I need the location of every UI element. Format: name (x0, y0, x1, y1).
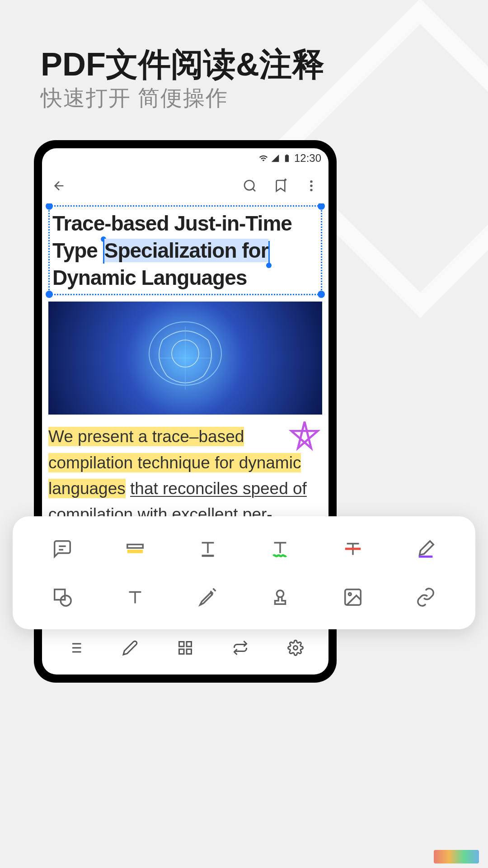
strikeout-tool[interactable] (317, 524, 389, 573)
comment-tool[interactable] (26, 524, 99, 573)
watermark (434, 850, 479, 863)
page-subtitle: 快速打开 简便操作 (41, 84, 228, 113)
svg-point-9 (61, 595, 71, 606)
more-button[interactable] (301, 176, 321, 196)
svg-rect-8 (55, 589, 65, 599)
stamp-tool[interactable] (244, 573, 317, 621)
document-image (48, 302, 322, 415)
svg-point-10 (277, 590, 284, 597)
underline-t-icon (197, 538, 218, 559)
selection-handle[interactable] (318, 203, 325, 210)
page-title: PDF文件阅读&注释 (41, 43, 324, 86)
svg-point-1 (310, 180, 312, 183)
title-selected-text: Specialization for (104, 239, 268, 262)
more-vertical-icon (304, 179, 319, 193)
strikeout-icon (343, 538, 363, 559)
search-icon (243, 179, 257, 193)
star-annotation-icon[interactable] (289, 419, 320, 451)
text-tool[interactable] (99, 573, 172, 621)
app-bar (42, 168, 328, 203)
comment-icon (52, 538, 73, 559)
status-time: 12:30 (294, 152, 321, 165)
highlight-tool[interactable] (99, 524, 172, 573)
annotation-tool-panel (13, 516, 475, 629)
rotate-button[interactable] (232, 640, 249, 658)
gear-icon (287, 640, 304, 656)
underlined-text: that reconciles speed of (130, 479, 307, 498)
image-tool[interactable] (317, 573, 389, 621)
selection-handle[interactable] (46, 203, 53, 210)
svg-rect-13 (179, 642, 184, 647)
document-body[interactable]: We present a trace–based compilation tec… (48, 424, 322, 527)
signature-pen-icon (197, 587, 218, 608)
ink-pen-icon (415, 538, 436, 559)
rotate-icon (232, 640, 249, 656)
svg-point-3 (310, 189, 312, 191)
signature-tool[interactable] (171, 573, 244, 621)
grid-icon (177, 640, 193, 656)
squiggly-tool[interactable] (244, 524, 317, 573)
status-bar: 12:30 (42, 148, 328, 168)
selection-handle[interactable] (46, 291, 53, 298)
highlight-icon (125, 538, 145, 559)
edit-button[interactable] (122, 640, 138, 658)
bottom-nav-bar (34, 633, 337, 665)
pencil-icon (122, 640, 138, 656)
svg-point-12 (348, 593, 351, 595)
svg-rect-6 (127, 544, 143, 548)
text-t-icon (125, 587, 145, 608)
squiggly-icon (270, 538, 291, 559)
ink-tool[interactable] (389, 524, 462, 573)
document-title[interactable]: Trace-based Just-in-Time Type Specializa… (52, 210, 318, 291)
wifi-icon (259, 154, 268, 163)
back-button[interactable] (49, 176, 69, 196)
stamp-icon (270, 587, 291, 608)
svg-rect-15 (179, 649, 184, 654)
title-text: Dynamic Languages (52, 266, 247, 289)
settings-button[interactable] (287, 640, 304, 658)
svg-point-2 (310, 184, 312, 187)
svg-rect-16 (187, 649, 192, 654)
text-caret-end[interactable] (268, 241, 270, 264)
list-icon (67, 640, 83, 656)
arrow-left-icon (52, 179, 66, 193)
thumbnails-button[interactable] (177, 640, 193, 658)
selection-handle[interactable] (318, 291, 325, 298)
bookmark-add-icon (273, 179, 288, 193)
title-selection-box[interactable]: Trace-based Just-in-Time Type Specializa… (48, 205, 322, 295)
outline-button[interactable] (67, 640, 83, 658)
svg-rect-14 (187, 642, 192, 647)
link-tool[interactable] (389, 573, 462, 621)
brain-illustration-icon (136, 313, 235, 403)
svg-point-0 (244, 180, 254, 190)
svg-rect-7 (127, 549, 143, 553)
search-button[interactable] (240, 176, 260, 196)
svg-point-17 (294, 646, 298, 650)
shape-tool[interactable] (26, 573, 99, 621)
link-icon (415, 587, 436, 608)
signal-icon (271, 154, 280, 163)
image-icon (343, 587, 363, 608)
bookmark-button[interactable] (271, 176, 291, 196)
shape-icon (52, 587, 73, 608)
battery-icon (282, 154, 291, 163)
underline-tool[interactable] (171, 524, 244, 573)
